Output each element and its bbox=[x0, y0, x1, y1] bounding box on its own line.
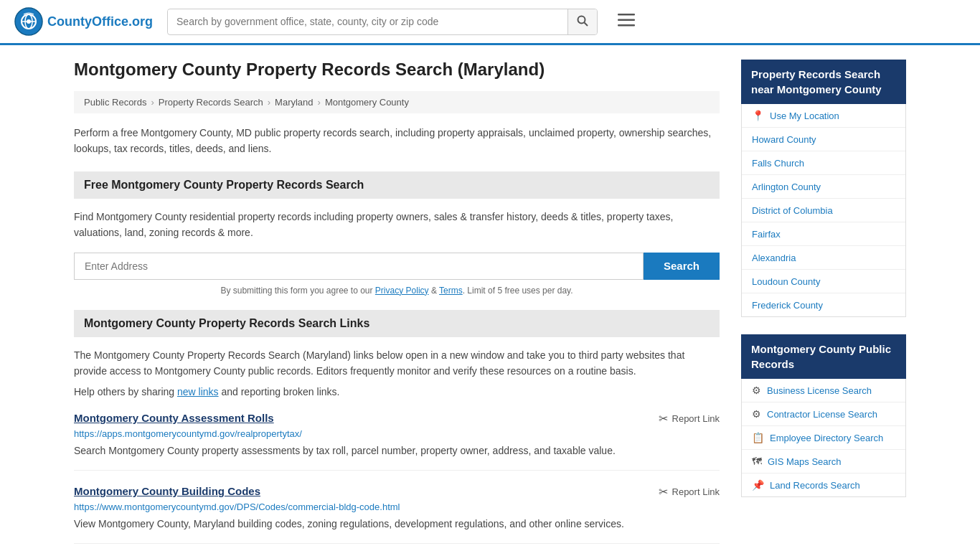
book-icon: 📋 bbox=[752, 432, 764, 443]
content-area: Montgomery County Property Records Searc… bbox=[74, 60, 720, 551]
svg-point-4 bbox=[27, 19, 31, 24]
header-search-button[interactable] bbox=[567, 9, 597, 34]
svg-rect-9 bbox=[618, 24, 635, 27]
sidebar-item-fairfax[interactable]: Fairfax bbox=[742, 222, 905, 246]
use-my-location-link[interactable]: Use My Location bbox=[770, 110, 839, 121]
address-search-area: Search bbox=[74, 253, 720, 280]
report-icon: ✂ bbox=[659, 412, 668, 425]
sidebar-item-alexandria[interactable]: Alexandria bbox=[742, 246, 905, 270]
public-records-title: Montgomery County Public Records bbox=[741, 334, 906, 379]
pin-icon: 📌 bbox=[752, 479, 764, 491]
record-link-url-building[interactable]: https://www.montgomerycountymd.gov/DPS/C… bbox=[74, 501, 720, 512]
breadcrumb-maryland[interactable]: Maryland bbox=[275, 97, 313, 108]
free-search-header: Free Montgomery County Property Records … bbox=[74, 171, 720, 199]
report-link-building[interactable]: ✂ Report Link bbox=[659, 485, 720, 499]
business-license-link[interactable]: Business License Search bbox=[767, 385, 872, 396]
report-icon-building: ✂ bbox=[659, 485, 668, 499]
links-help: Help others by sharing new links and rep… bbox=[74, 386, 720, 397]
sidebar-item-business-license[interactable]: ⚙ Business License Search bbox=[742, 379, 905, 402]
svg-rect-8 bbox=[618, 19, 635, 22]
record-link-item-building: Montgomery County Building Codes ✂ Repor… bbox=[74, 485, 720, 544]
record-link-title-assessment[interactable]: Montgomery County Assessment Rolls bbox=[74, 412, 274, 424]
address-search-button[interactable]: Search bbox=[644, 253, 720, 280]
public-records-section: Montgomery County Public Records ⚙ Busin… bbox=[741, 334, 906, 497]
terms-link[interactable]: Terms bbox=[439, 286, 463, 296]
employee-directory-link[interactable]: Employee Directory Search bbox=[770, 433, 883, 443]
falls-church-link[interactable]: Falls Church bbox=[752, 158, 804, 169]
record-link-url-assessment[interactable]: https://apps.montgomerycountymd.gov/real… bbox=[74, 428, 720, 439]
sidebar-item-loudoun[interactable]: Loudoun County bbox=[742, 270, 905, 293]
sidebar-item-employee-directory[interactable]: 📋 Employee Directory Search bbox=[742, 426, 905, 450]
sidebar-item-arlington[interactable]: Arlington County bbox=[742, 175, 905, 199]
form-note: By submitting this form you agree to our… bbox=[74, 286, 720, 296]
search-icon bbox=[577, 15, 588, 27]
nearby-title: Property Records Search near Montgomery … bbox=[741, 60, 906, 104]
frederick-county-link[interactable]: Frederick County bbox=[752, 300, 823, 311]
intro-text: Perform a free Montgomery County, MD pub… bbox=[74, 125, 720, 157]
sidebar-item-falls-church[interactable]: Falls Church bbox=[742, 151, 905, 175]
hamburger-icon bbox=[618, 14, 635, 27]
svg-line-6 bbox=[585, 22, 588, 26]
svg-rect-7 bbox=[618, 14, 635, 16]
header-search-bar bbox=[167, 9, 598, 35]
page-title: Montgomery County Property Records Searc… bbox=[74, 60, 720, 80]
gear2-icon: ⚙ bbox=[752, 385, 761, 396]
contractor-license-link[interactable]: Contractor License Search bbox=[767, 409, 877, 420]
sidebar-item-howard[interactable]: Howard County bbox=[742, 128, 905, 151]
record-link-desc-building: View Montgomery County, Maryland buildin… bbox=[74, 517, 720, 532]
location-icon: 📍 bbox=[752, 110, 764, 121]
sidebar-item-dc[interactable]: District of Columbia bbox=[742, 199, 905, 222]
main-container: Montgomery County Property Records Searc… bbox=[60, 45, 920, 551]
site-header: CountyOffice.org bbox=[0, 0, 980, 45]
fairfax-link[interactable]: Fairfax bbox=[752, 229, 781, 240]
svg-point-5 bbox=[578, 16, 585, 23]
gis-maps-link[interactable]: GIS Maps Search bbox=[768, 456, 842, 467]
record-link-item: Montgomery County Assessment Rolls ✂ Rep… bbox=[74, 412, 720, 471]
free-search-description: Find Montgomery County residential prope… bbox=[74, 209, 720, 241]
privacy-policy-link[interactable]: Privacy Policy bbox=[375, 286, 429, 296]
logo-icon bbox=[14, 7, 43, 36]
alexandria-link[interactable]: Alexandria bbox=[752, 253, 796, 263]
breadcrumb: Public Records › Property Records Search… bbox=[74, 91, 720, 113]
record-link-title-building[interactable]: Montgomery County Building Codes bbox=[74, 485, 260, 497]
public-records-list: ⚙ Business License Search ⚙ Contractor L… bbox=[741, 379, 906, 497]
links-intro: The Montgomery County Property Records S… bbox=[74, 347, 720, 380]
sidebar-item-land-records[interactable]: 📌 Land Records Search bbox=[742, 474, 905, 496]
sidebar-item-frederick[interactable]: Frederick County bbox=[742, 293, 905, 316]
links-section-header: Montgomery County Property Records Searc… bbox=[74, 310, 720, 337]
sidebar: Property Records Search near Montgomery … bbox=[741, 60, 906, 551]
record-link-desc-assessment: Search Montgomery County property assess… bbox=[74, 443, 720, 458]
sidebar-item-gis-maps[interactable]: 🗺 GIS Maps Search bbox=[742, 450, 905, 474]
menu-button[interactable] bbox=[612, 9, 641, 34]
gear1-icon: ⚙ bbox=[752, 408, 761, 420]
sidebar-item-contractor-license[interactable]: ⚙ Contractor License Search bbox=[742, 402, 905, 426]
logo-link[interactable]: CountyOffice.org bbox=[14, 7, 153, 36]
report-link-assessment[interactable]: ✂ Report Link bbox=[659, 412, 720, 425]
breadcrumb-current: Montgomery County bbox=[325, 97, 409, 108]
logo-text: CountyOffice.org bbox=[47, 14, 153, 29]
dc-link[interactable]: District of Columbia bbox=[752, 205, 833, 216]
header-search-input[interactable] bbox=[168, 10, 567, 33]
howard-county-link[interactable]: Howard County bbox=[752, 134, 816, 145]
breadcrumb-property-records[interactable]: Property Records Search bbox=[159, 97, 263, 108]
map-icon: 🗺 bbox=[752, 456, 762, 467]
nearby-list: 📍 Use My Location Howard County Falls Ch… bbox=[741, 104, 906, 317]
arlington-county-link[interactable]: Arlington County bbox=[752, 182, 821, 192]
address-input[interactable] bbox=[74, 253, 644, 280]
new-links-link[interactable]: new links bbox=[177, 386, 219, 397]
loudoun-county-link[interactable]: Loudoun County bbox=[752, 276, 820, 287]
breadcrumb-public-records[interactable]: Public Records bbox=[84, 97, 146, 108]
land-records-link[interactable]: Land Records Search bbox=[770, 480, 860, 491]
sidebar-item-use-my-location[interactable]: 📍 Use My Location bbox=[742, 104, 905, 128]
nearby-section: Property Records Search near Montgomery … bbox=[741, 60, 906, 317]
